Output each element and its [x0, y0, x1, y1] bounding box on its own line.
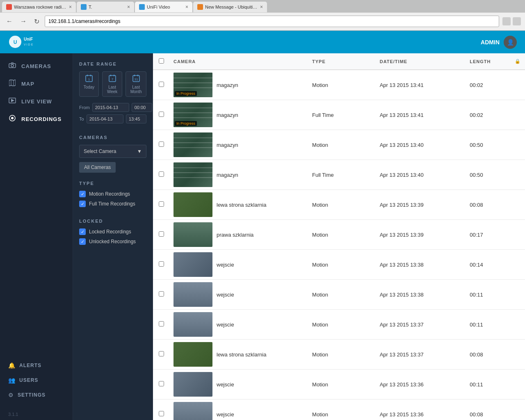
lock-cell-5 [511, 220, 525, 250]
tab-radio[interactable]: Warszawa rockowe radio ... × [2, 2, 76, 12]
locked-recordings-checkbox[interactable] [79, 228, 86, 235]
back-button[interactable]: ← [4, 16, 15, 26]
type-badge-10: Motion [312, 381, 328, 388]
users-icon: 👥 [8, 377, 15, 383]
sidebar-item-map[interactable]: MAP [0, 75, 73, 93]
camera-name-8: wejscie [217, 322, 234, 328]
motion-recordings-checkbox[interactable] [79, 191, 86, 197]
tab-close-t[interactable]: × [127, 4, 130, 10]
recording-thumb-4[interactable] [173, 192, 212, 217]
camera-cell-4: lewa strona szklarnia [169, 190, 308, 220]
table-row[interactable]: wejscie Motion Apr 13 2015 13:36 00:08 [153, 399, 525, 420]
lock-cell-8 [511, 310, 525, 340]
sidebar-bottom: 🔔 ALERTS 👥 USERS ⚙ SETTINGS [0, 352, 73, 409]
tab-message[interactable]: New Message - Ubiquiti Net... × [193, 2, 267, 12]
svg-marker-6 [9, 80, 16, 86]
datetime-value-0: Apr 13 2015 13:41 [380, 82, 424, 88]
recording-thumb-6[interactable] [173, 252, 212, 277]
recording-thumb-8[interactable] [173, 312, 212, 337]
tab-t[interactable]: T. × [77, 2, 134, 12]
type-cell-3: Full Time [308, 160, 376, 190]
settings-icon[interactable]: ≡ [513, 17, 521, 25]
recording-thumb-0[interactable]: In Progress [173, 73, 212, 97]
select-all-checkbox[interactable] [159, 58, 164, 64]
table-row[interactable]: In Progress magazyn Motion Apr 13 2015 1… [153, 70, 525, 100]
table-row[interactable]: lewa strona szklarnia Motion Apr 13 2015… [153, 190, 525, 220]
unlocked-recordings-checkbox[interactable] [79, 238, 86, 245]
length-value-10: 00:11 [470, 381, 483, 388]
bookmark-icon[interactable]: ☆ [502, 17, 511, 25]
app: U UniFi VIDEO ADMIN 👤 CAMERAS [0, 31, 525, 420]
to-time-input[interactable] [126, 114, 146, 123]
type-badge-5: Motion [312, 232, 328, 238]
user-avatar[interactable]: 👤 [504, 36, 517, 49]
camera-cell-10: wejscie [169, 370, 308, 399]
tab-close-message[interactable]: × [260, 4, 263, 10]
recording-thumb-5[interactable] [173, 222, 212, 247]
row-checkbox-1[interactable] [159, 112, 164, 117]
table-row[interactable]: magazyn Motion Apr 13 2015 13:40 00:50 [153, 130, 525, 160]
refresh-button[interactable]: ↻ [32, 16, 41, 27]
sidebar-item-recordings[interactable]: RECORDINGS [0, 110, 73, 128]
svg-marker-10 [11, 99, 14, 102]
sidebar-item-settings[interactable]: ⚙ SETTINGS [8, 388, 64, 402]
last-month-button[interactable]: 31 Last Month [126, 71, 146, 97]
sidebar-item-liveview[interactable]: LIVE VIEW [0, 93, 73, 110]
locked-filter-title: LOCKED [79, 219, 146, 224]
sidebar-item-cameras[interactable]: CAMERAS [0, 57, 73, 75]
type-cell-2: Motion [308, 130, 376, 160]
camera-select[interactable]: Select Camera ▼ [79, 145, 146, 158]
svg-text:U: U [14, 39, 17, 45]
tab-label-message: New Message - Ubiquiti Net... [205, 5, 258, 9]
table-row[interactable]: wejscie Motion Apr 13 2015 13:37 00:11 [153, 310, 525, 340]
from-time-input[interactable] [132, 103, 152, 112]
sidebar-item-users[interactable]: 👥 USERS [8, 373, 64, 388]
recording-thumb-10[interactable] [173, 372, 212, 397]
row-checkbox-11[interactable] [159, 411, 164, 416]
all-cameras-button[interactable]: All Cameras [79, 162, 116, 173]
table-row[interactable]: wejscie Motion Apr 13 2015 13:38 00:14 [153, 250, 525, 280]
camera-select-text: Select Camera [84, 148, 116, 154]
datetime-cell-2: Apr 13 2015 13:40 [376, 130, 466, 160]
row-checkbox-8[interactable] [159, 321, 164, 326]
camera-name-4: lewa strona szklarnia [217, 202, 266, 208]
recording-thumb-11[interactable] [173, 402, 212, 420]
row-checkbox-7[interactable] [159, 291, 164, 297]
row-checkbox-3[interactable] [159, 171, 164, 177]
row-checkbox-cell [153, 399, 169, 420]
recording-thumb-3[interactable] [173, 162, 212, 187]
table-row[interactable]: lewa strona szklarnia Motion Apr 13 2015… [153, 340, 525, 370]
recording-thumb-1[interactable]: In Progress [173, 103, 212, 127]
row-checkbox-9[interactable] [159, 351, 164, 356]
recording-thumb-2[interactable] [173, 132, 212, 157]
row-checkbox-6[interactable] [159, 261, 164, 267]
sidebar-item-alerts[interactable]: 🔔 ALERTS [8, 358, 64, 373]
tab-label-unifi: UniFi Video [147, 5, 183, 9]
table-row[interactable]: magazyn Full Time Apr 13 2015 13:40 00:5… [153, 160, 525, 190]
row-checkbox-2[interactable] [159, 142, 164, 147]
datetime-cell-11: Apr 13 2015 13:36 [376, 399, 466, 420]
today-button[interactable]: 1 Today [79, 71, 99, 97]
type-cell-6: Motion [308, 250, 376, 280]
tab-close-unifi[interactable]: × [185, 4, 188, 10]
row-checkbox-5[interactable] [159, 231, 164, 237]
recording-thumb-7[interactable] [173, 282, 212, 307]
last-week-button[interactable]: 7 Last Week [102, 71, 122, 97]
alerts-icon: 🔔 [8, 362, 15, 369]
row-checkbox-cell [153, 100, 169, 130]
table-row[interactable]: prawa szklarnia Motion Apr 13 2015 13:39… [153, 220, 525, 250]
from-date-input[interactable] [92, 103, 129, 112]
forward-button[interactable]: → [18, 16, 29, 26]
address-bar[interactable] [45, 16, 499, 27]
tab-close-radio[interactable]: × [69, 4, 72, 10]
row-checkbox-10[interactable] [159, 381, 164, 386]
table-row[interactable]: wejscie Motion Apr 13 2015 13:38 00:11 [153, 280, 525, 310]
table-row[interactable]: wejscie Motion Apr 13 2015 13:36 00:11 [153, 370, 525, 399]
row-checkbox-4[interactable] [159, 201, 164, 207]
to-date-input[interactable] [87, 114, 123, 123]
full-time-recordings-checkbox[interactable] [79, 201, 86, 207]
row-checkbox-0[interactable] [159, 82, 164, 87]
recording-thumb-9[interactable] [173, 342, 212, 367]
tab-unifi[interactable]: UniFi Video × [135, 2, 192, 12]
table-row[interactable]: In Progress magazyn Full Time Apr 13 201… [153, 100, 525, 130]
